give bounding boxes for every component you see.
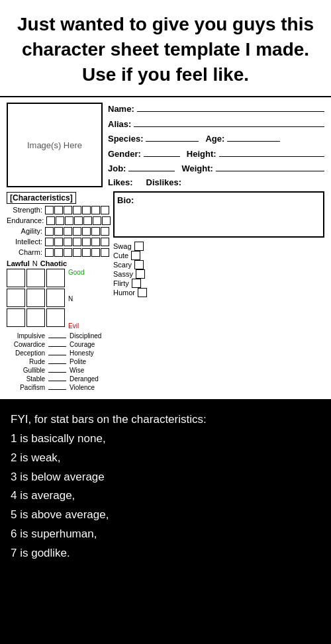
sheet-top-row: Image(s) Here Name: Alias: Species: Age:… — [7, 103, 324, 187]
species-age-row: Species: Age: — [108, 132, 324, 146]
character-sheet: Image(s) Here Name: Alias: Species: Age:… — [0, 96, 331, 399]
stat-box[interactable] — [46, 216, 55, 225]
stat-box[interactable] — [64, 227, 72, 236]
align-cell[interactable] — [7, 308, 25, 327]
align-chaotic-label: Chaotic — [40, 259, 67, 267]
stat-box[interactable] — [101, 206, 109, 214]
personality-checkbox[interactable] — [131, 251, 140, 260]
stat-box[interactable] — [64, 206, 72, 214]
align-cell[interactable] — [46, 289, 65, 307]
trait-bar — [48, 359, 66, 364]
align-cell[interactable] — [46, 308, 65, 327]
stat-box[interactable] — [54, 206, 63, 214]
stat-box[interactable] — [74, 216, 83, 225]
stat-box[interactable] — [65, 216, 73, 225]
align-cell[interactable] — [46, 269, 65, 287]
char-stat-row: Intellect: — [7, 238, 109, 246]
job-input-line[interactable] — [128, 162, 175, 171]
char-stat-row: Agility: — [7, 227, 109, 236]
stat-box[interactable] — [45, 248, 54, 257]
stat-box[interactable] — [73, 248, 81, 257]
align-evil-label: Evil — [68, 322, 84, 330]
dislikes-label: Dislikes: — [146, 177, 181, 187]
stat-box[interactable] — [54, 238, 63, 246]
stat-box[interactable] — [82, 248, 91, 257]
stat-box[interactable] — [82, 227, 91, 236]
alias-label: Alias: — [108, 118, 131, 131]
stat-box[interactable] — [91, 206, 100, 214]
gender-height-row: Gender: Height: — [108, 148, 324, 161]
height-input-line[interactable] — [219, 148, 324, 157]
name-input-line[interactable] — [137, 103, 324, 112]
align-lawful-label: Lawful — [7, 259, 30, 267]
trait-right-label: Disciplined — [70, 332, 109, 340]
align-cell[interactable] — [7, 289, 25, 307]
trait-right-label: Violence — [70, 384, 109, 391]
personality-label: Cute — [113, 252, 128, 259]
personality-item: Flirty — [113, 279, 147, 288]
alias-row: Alias: — [108, 118, 324, 131]
stat-box[interactable] — [82, 238, 91, 246]
trait-right-label: Deranged — [70, 375, 109, 383]
align-cell[interactable] — [26, 308, 45, 327]
personality-checkbox[interactable] — [132, 279, 141, 288]
job-weight-row: Job: Weight: — [108, 162, 324, 175]
image-placeholder-text: Image(s) Here — [27, 140, 82, 150]
stat-box[interactable] — [73, 238, 81, 246]
stat-box[interactable] — [91, 227, 100, 236]
stat-box[interactable] — [54, 248, 63, 257]
trait-bar — [48, 342, 66, 347]
char-stat-label: Intellect: — [7, 238, 42, 246]
trait-left-label: Pacifism — [7, 384, 45, 391]
personality-label: Sassy — [113, 270, 133, 278]
alignment-section: Lawful N Chaotic Good N Evil — [7, 259, 109, 330]
personality-label: Swag — [113, 242, 132, 250]
stat-box[interactable] — [91, 238, 100, 246]
stat-box[interactable] — [82, 206, 91, 214]
weight-input-line[interactable] — [216, 162, 324, 171]
stat-box[interactable] — [73, 227, 81, 236]
char-stat-label: Charm: — [7, 248, 42, 256]
align-cell[interactable] — [26, 289, 45, 307]
bio-box: Bio: — [113, 191, 324, 238]
footer-line3: 2 is weak, — [11, 449, 320, 468]
trait-bar — [48, 367, 66, 373]
align-cell[interactable] — [7, 269, 25, 287]
stat-box[interactable] — [101, 248, 109, 257]
stat-box[interactable] — [83, 216, 92, 225]
stat-box[interactable] — [54, 227, 63, 236]
name-label: Name: — [108, 103, 134, 116]
stat-box[interactable] — [101, 238, 109, 246]
stat-box[interactable] — [64, 248, 72, 257]
stat-box[interactable] — [91, 248, 100, 257]
trait-row: ImpulsiveDisciplined — [7, 332, 109, 340]
stat-box[interactable] — [45, 238, 54, 246]
name-row: Name: — [108, 103, 324, 116]
align-neutral-label: N — [68, 295, 84, 302]
char-stat-label: Strength: — [7, 206, 42, 214]
align-cell[interactable] — [26, 269, 45, 287]
personality-checkbox[interactable] — [134, 260, 144, 269]
stat-box[interactable] — [45, 227, 54, 236]
likes-label: Likes: — [108, 177, 133, 187]
stat-box[interactable] — [73, 206, 81, 214]
stat-box[interactable] — [93, 216, 101, 225]
char-stat-row: Endurance: — [7, 216, 109, 225]
stat-box[interactable] — [102, 216, 111, 225]
stat-box[interactable] — [101, 227, 109, 236]
personality-checkbox[interactable] — [134, 242, 144, 251]
age-input-line[interactable] — [227, 132, 280, 142]
char-stat-row: Strength: — [7, 206, 109, 214]
stat-box[interactable] — [45, 206, 54, 214]
stat-box[interactable] — [64, 238, 72, 246]
char-stats-container: Strength:Endurance:Agility:Intellect:Cha… — [7, 206, 109, 257]
alias-input-line[interactable] — [134, 118, 324, 127]
likes-dislikes-row: Likes: Dislikes: — [108, 177, 324, 187]
species-input-line[interactable] — [146, 132, 199, 142]
bio-personality-col: Bio: SwagCuteScarySassyFlirtyHumor — [113, 191, 324, 392]
stat-box[interactable] — [56, 216, 64, 225]
personality-checkbox[interactable] — [138, 288, 147, 297]
personality-checkbox[interactable] — [136, 269, 145, 279]
gender-input-line[interactable] — [144, 148, 180, 157]
footer-line6: 5 is above average, — [11, 506, 320, 525]
